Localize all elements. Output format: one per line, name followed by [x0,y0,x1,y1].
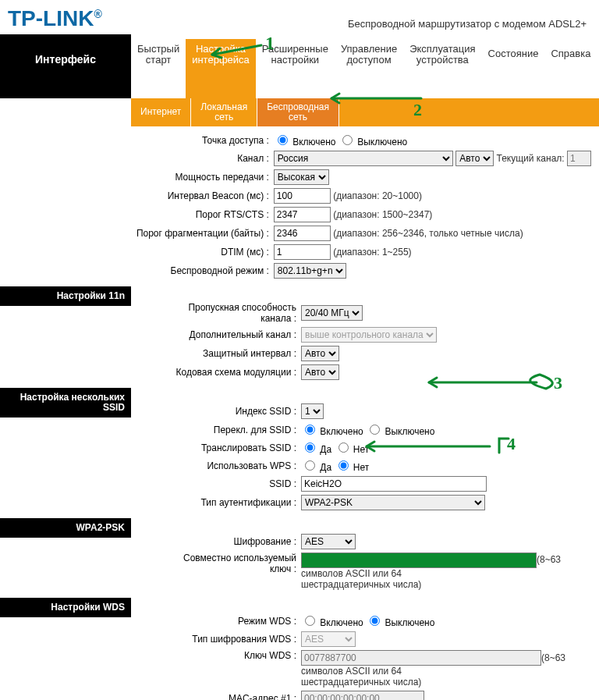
gi-label: Защитный интервал : [131,344,298,363]
frag-hint: (диапазон: 256~2346, только четные числа… [333,228,523,239]
tab-quick-start[interactable]: Быстрый старт [131,39,186,98]
dtim-input[interactable] [274,244,331,260]
wds-enc-label: Тип шифрования WDS : [131,630,298,648]
subtab-wireless[interactable]: Беспроводная сеть [257,98,339,126]
mcs-select[interactable]: Авто [301,364,339,380]
ssid-input[interactable] [301,476,487,492]
wps-yes-radio[interactable]: Да [301,462,331,473]
tab-maintenance[interactable]: Эксплуатация устройства [403,39,481,98]
channel-auto-select[interactable]: Авто [455,151,494,166]
channel-label: Канал : [131,149,271,168]
bw-select[interactable]: 20/40 МГц [301,305,363,321]
main-tabs: Быстрый старт Настройка интерфейса Расши… [131,34,599,98]
broadcast-label: Транслировать SSID : [131,439,298,457]
psk-hint2: шестрадцатеричных числа) [301,579,421,590]
broadcast-yes-radio[interactable]: Да [301,444,331,455]
subtab-lan[interactable]: Локальная сеть [191,98,257,126]
ext-channel-select: выше контрольного канала [301,327,437,343]
channel-country-select[interactable]: Россия [274,151,453,166]
wds-off-radio[interactable]: Выключено [366,617,434,628]
frag-input[interactable] [274,226,331,241]
dtim-hint: (диапазон: 1~255) [333,247,411,258]
psk-label: Совместно используемый ключ : [131,551,298,592]
dtim-label: DTIM (мс) : [131,243,271,261]
current-channel-label: Текущий канал: [497,153,565,164]
wds-mac1-label: MAC-адрес #1 : [131,689,298,700]
tx-power-select[interactable]: Высокая [274,169,329,185]
psk-input-redacted[interactable] [301,553,537,568]
ap-on-radio[interactable]: Включено [274,137,336,147]
wps-no-radio[interactable]: Нет [335,462,370,473]
ap-label: Точка доступа : [131,131,271,149]
enc-label: Шифрование : [131,532,298,551]
beacon-label: Интервал Beacon (мс) : [131,187,271,205]
wds-enc-select: AES [301,631,356,647]
perssid-on-radio[interactable]: Включено [301,426,363,437]
wds-key-input [301,650,541,666]
sub-tabs: Интернет Локальная сеть Беспроводная сет… [131,98,599,126]
beacon-hint: (диапазон: 20~1000) [333,190,422,201]
ssid-label: SSID : [131,474,298,493]
bw-label: Пропускная способность канала : [131,300,298,325]
ext-channel-label: Дополнительный канал : [131,325,298,344]
enc-select[interactable]: AES [301,534,356,549]
rts-label: Порог RTS/CTS : [131,205,271,224]
ssid-index-select[interactable]: 1 [301,403,324,419]
ssid-index-label: Индекс SSID : [131,402,298,421]
tab-status[interactable]: Состояние [482,39,545,98]
wmode-select[interactable]: 802.11b+g+n [274,263,346,279]
section-11n: Настройки 11n [0,286,131,306]
frag-label: Порог фрагментации (байты) : [131,224,271,243]
tab-help[interactable]: Справка [544,39,597,98]
ap-off-radio[interactable]: Выключено [338,137,407,147]
wds-mac1-input [301,691,424,700]
beacon-input[interactable] [274,188,331,204]
auth-select[interactable]: WPA2-PSK [301,495,485,510]
section-multi-ssid: Настройка нескольких SSID [0,388,131,418]
tx-power-label: Мощность передачи : [131,168,271,187]
section-wds: Настройки WDS [0,598,131,617]
section-wpa2psk: WPA2-PSK [0,518,131,538]
wds-mode-label: Режим WDS : [131,612,298,630]
tab-advanced[interactable]: Расширенные настройки [256,39,335,98]
subtab-internet[interactable]: Интернет [131,98,191,126]
perssid-label: Перекл. для SSID : [131,421,298,439]
current-channel-value [567,151,591,166]
wps-label: Использовать WPS : [131,457,298,474]
tab-interface-setup[interactable]: Настройка интерфейса [186,39,256,98]
perssid-off-radio[interactable]: Выключено [366,426,434,437]
gi-select[interactable]: Авто [301,346,339,361]
wds-key-label: Ключ WDS : [131,648,298,689]
rts-hint: (диапазон: 1500~2347) [333,209,432,220]
broadcast-no-radio[interactable]: Нет [335,444,370,455]
auth-label: Тип аутентификации : [131,493,298,512]
brand-logo: TP-LINK® [8,6,102,31]
wds-on-radio[interactable]: Включено [301,617,363,628]
mcs-label: Кодовая схема модуляции : [131,363,298,382]
wds-key-hint2: шестрадцатеричных числа) [301,677,421,688]
tab-access[interactable]: Управление доступом [335,39,403,98]
rts-input[interactable] [274,207,331,222]
side-title: Интерфейс [0,34,131,98]
wmode-label: Беспроводной режим : [131,261,271,280]
model-description: Беспроводной маршрутизатор с модемом ADS… [348,9,591,30]
